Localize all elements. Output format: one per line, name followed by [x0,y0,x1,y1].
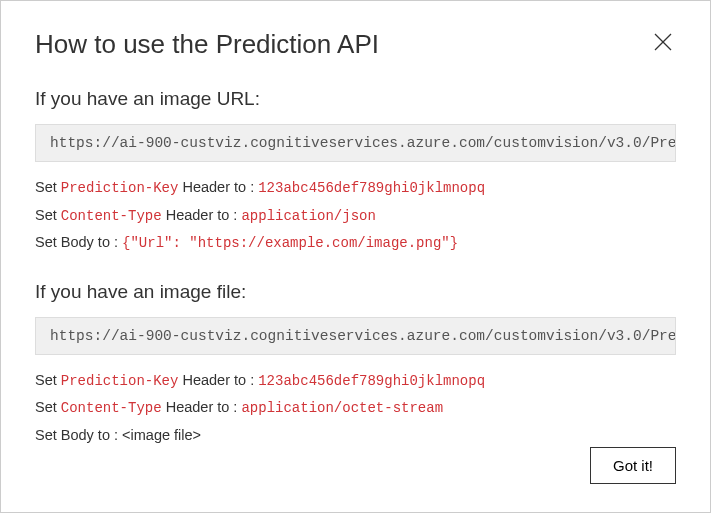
dialog-title: How to use the Prediction API [35,29,379,60]
body-line: Set Body to : <image file> [35,422,676,450]
text-prefix: Set [35,399,61,415]
dialog-header: How to use the Prediction API [35,29,676,60]
header-name: Content-Type [61,208,162,224]
endpoint-url-box[interactable]: https://ai-900-custviz.cognitiveservices… [35,124,676,162]
text-prefix: Set [35,207,61,223]
content-type-line: Set Content-Type Header to : application… [35,394,676,422]
header-value: 123abc456def789ghi0jklmnopq [258,373,485,389]
body-value: <image file> [122,427,201,443]
text-middle: Header to : [178,372,258,388]
header-value: application/octet-stream [241,400,443,416]
body-line: Set Body to : {"Url": "https://example.c… [35,229,676,257]
got-it-button[interactable]: Got it! [590,447,676,484]
header-name: Content-Type [61,400,162,416]
prediction-key-line: Set Prediction-Key Header to : 123abc456… [35,367,676,395]
close-icon[interactable] [650,29,676,59]
section-heading-file: If you have an image file: [35,281,676,303]
section-heading-url: If you have an image URL: [35,88,676,110]
header-value: 123abc456def789ghi0jklmnopq [258,180,485,196]
header-value: application/json [241,208,375,224]
text-middle: Header to : [162,207,242,223]
section-image-url: If you have an image URL: https://ai-900… [35,88,676,257]
header-name: Prediction-Key [61,180,179,196]
body-value: {"Url": "https://example.com/image.png"} [122,235,458,251]
section-image-file: If you have an image file: https://ai-90… [35,281,676,450]
text-middle: Header to : [162,399,242,415]
endpoint-url-box[interactable]: https://ai-900-custviz.cognitiveservices… [35,317,676,355]
header-name: Prediction-Key [61,373,179,389]
text-middle: Header to : [178,179,258,195]
prediction-key-line: Set Prediction-Key Header to : 123abc456… [35,174,676,202]
text-prefix: Set [35,372,61,388]
text-prefix: Set Body to : [35,427,122,443]
text-prefix: Set [35,179,61,195]
text-prefix: Set Body to : [35,234,122,250]
content-type-line: Set Content-Type Header to : application… [35,202,676,230]
dialog-footer: Got it! [590,447,676,484]
